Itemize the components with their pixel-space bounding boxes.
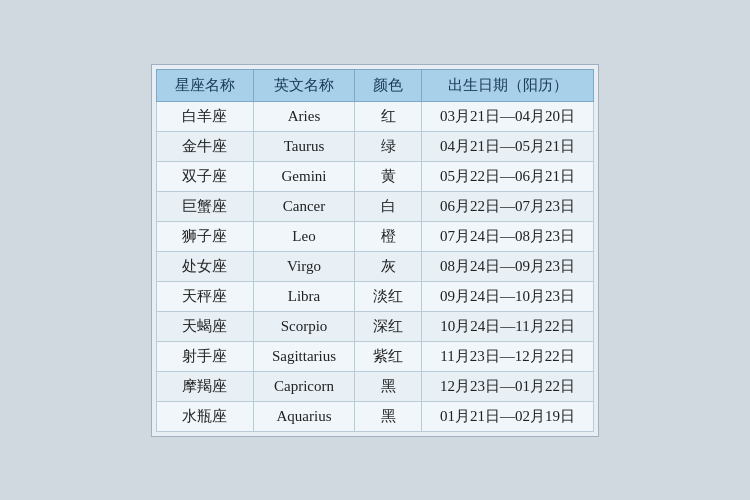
cell-english-name: Aquarius <box>253 401 354 431</box>
cell-chinese-name: 水瓶座 <box>156 401 253 431</box>
cell-color: 绿 <box>355 131 422 161</box>
cell-chinese-name: 巨蟹座 <box>156 191 253 221</box>
table-row: 巨蟹座Cancer白06月22日—07月23日 <box>156 191 593 221</box>
table-row: 处女座Virgo灰08月24日—09月23日 <box>156 251 593 281</box>
table-row: 狮子座Leo橙07月24日—08月23日 <box>156 221 593 251</box>
table-header-row: 星座名称 英文名称 颜色 出生日期（阳历） <box>156 69 593 101</box>
cell-english-name: Gemini <box>253 161 354 191</box>
table-row: 金牛座Taurus绿04月21日—05月21日 <box>156 131 593 161</box>
header-english-name: 英文名称 <box>253 69 354 101</box>
cell-dates: 10月24日—11月22日 <box>422 311 594 341</box>
cell-english-name: Virgo <box>253 251 354 281</box>
cell-chinese-name: 白羊座 <box>156 101 253 131</box>
cell-dates: 12月23日—01月22日 <box>422 371 594 401</box>
cell-english-name: Sagittarius <box>253 341 354 371</box>
cell-color: 红 <box>355 101 422 131</box>
table-row: 射手座Sagittarius紫红11月23日—12月22日 <box>156 341 593 371</box>
header-dates: 出生日期（阳历） <box>422 69 594 101</box>
cell-color: 白 <box>355 191 422 221</box>
header-chinese-name: 星座名称 <box>156 69 253 101</box>
cell-dates: 03月21日—04月20日 <box>422 101 594 131</box>
cell-chinese-name: 摩羯座 <box>156 371 253 401</box>
cell-dates: 07月24日—08月23日 <box>422 221 594 251</box>
cell-english-name: Taurus <box>253 131 354 161</box>
table-row: 白羊座Aries红03月21日—04月20日 <box>156 101 593 131</box>
cell-dates: 01月21日—02月19日 <box>422 401 594 431</box>
cell-dates: 11月23日—12月22日 <box>422 341 594 371</box>
table-row: 天蝎座Scorpio深红10月24日—11月22日 <box>156 311 593 341</box>
cell-english-name: Capricorn <box>253 371 354 401</box>
cell-color: 紫红 <box>355 341 422 371</box>
zodiac-table-container: 星座名称 英文名称 颜色 出生日期（阳历） 白羊座Aries红03月21日—04… <box>151 64 599 437</box>
table-row: 水瓶座Aquarius黑01月21日—02月19日 <box>156 401 593 431</box>
table-body: 白羊座Aries红03月21日—04月20日金牛座Taurus绿04月21日—0… <box>156 101 593 431</box>
table-row: 双子座Gemini黄05月22日—06月21日 <box>156 161 593 191</box>
cell-color: 深红 <box>355 311 422 341</box>
cell-color: 黑 <box>355 371 422 401</box>
cell-chinese-name: 射手座 <box>156 341 253 371</box>
header-color: 颜色 <box>355 69 422 101</box>
cell-english-name: Scorpio <box>253 311 354 341</box>
cell-dates: 08月24日—09月23日 <box>422 251 594 281</box>
table-row: 摩羯座Capricorn黑12月23日—01月22日 <box>156 371 593 401</box>
cell-color: 橙 <box>355 221 422 251</box>
cell-color: 灰 <box>355 251 422 281</box>
cell-chinese-name: 处女座 <box>156 251 253 281</box>
cell-english-name: Leo <box>253 221 354 251</box>
cell-color: 黄 <box>355 161 422 191</box>
cell-chinese-name: 金牛座 <box>156 131 253 161</box>
cell-dates: 06月22日—07月23日 <box>422 191 594 221</box>
cell-chinese-name: 天秤座 <box>156 281 253 311</box>
cell-dates: 09月24日—10月23日 <box>422 281 594 311</box>
zodiac-table: 星座名称 英文名称 颜色 出生日期（阳历） 白羊座Aries红03月21日—04… <box>156 69 594 432</box>
cell-english-name: Libra <box>253 281 354 311</box>
cell-chinese-name: 狮子座 <box>156 221 253 251</box>
cell-english-name: Cancer <box>253 191 354 221</box>
cell-dates: 05月22日—06月21日 <box>422 161 594 191</box>
cell-color: 黑 <box>355 401 422 431</box>
cell-chinese-name: 双子座 <box>156 161 253 191</box>
cell-color: 淡红 <box>355 281 422 311</box>
table-row: 天秤座Libra淡红09月24日—10月23日 <box>156 281 593 311</box>
cell-chinese-name: 天蝎座 <box>156 311 253 341</box>
cell-english-name: Aries <box>253 101 354 131</box>
cell-dates: 04月21日—05月21日 <box>422 131 594 161</box>
